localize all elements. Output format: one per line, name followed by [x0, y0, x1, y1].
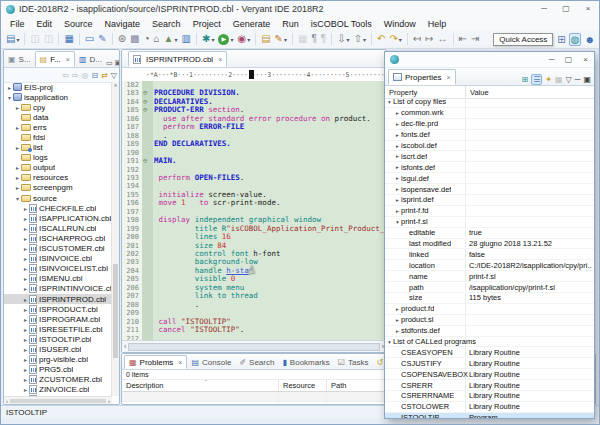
tree-item-isprintinvoice-cbl[interactable]: ▸ISPRINTINVOICE.cbl — [4, 284, 112, 294]
expand-arrow-icon[interactable]: ▸ — [394, 208, 401, 214]
menu-help[interactable]: Help — [422, 19, 453, 29]
expand-arrow-icon[interactable]: ▸ — [22, 306, 29, 313]
property-row-product-sl[interactable]: ▸product.sl — [385, 315, 594, 326]
tree-item-istooltip-cbl[interactable]: ▸ISTOOLTIP.cbl — [4, 334, 112, 344]
tree-hscroll-thumb[interactable] — [10, 399, 106, 403]
tree-horizontal-scrollbar[interactable]: ‹ › — [4, 396, 112, 404]
menu-window[interactable]: Window — [378, 19, 422, 29]
property-row-product-fd[interactable]: ▸product.fd — [385, 304, 594, 315]
expand-arrow-icon[interactable]: ▸ — [22, 245, 29, 252]
expand-arrow-icon[interactable]: ▸ — [14, 144, 21, 151]
forward-nav-button[interactable]: ⇥ — [469, 32, 481, 46]
tree-item-isuser-cbl[interactable]: ▸ISUSER.cbl — [4, 344, 112, 354]
menu-generate[interactable]: Generate — [227, 19, 277, 29]
remote-monitor-button[interactable]: ▥ — [180, 32, 193, 46]
expand-arrow-icon[interactable]: ▸ — [394, 132, 401, 138]
property-row-print-f-sl[interactable]: ▾print-f.sl — [385, 217, 594, 228]
tree-item-checkfile-cbl[interactable]: ▸CHECKFILE.cbl — [4, 203, 112, 213]
property-row-editable[interactable]: editabletrue — [385, 228, 594, 239]
fold-marker-icon[interactable]: ⊖ — [143, 89, 147, 97]
profile-button-dropdown[interactable]: ▾ — [247, 36, 250, 43]
expand-arrow-icon[interactable]: ▸ — [14, 184, 21, 191]
explorer-tab-f[interactable]: ▤F...× — [35, 51, 75, 67]
menu-project[interactable]: Project — [187, 19, 227, 29]
property-row-last-modified[interactable]: last modified28 giugno 2018 13.21.52 — [385, 239, 594, 250]
tree-item-iscustomer-cbl[interactable]: ▸ISCUSTOMER.cbl — [4, 244, 112, 254]
close-editor-tab-icon[interactable]: × — [218, 56, 222, 63]
run-button[interactable]: ▶▾ — [216, 32, 235, 46]
properties-minimize-view-button[interactable]: ─ — [575, 75, 581, 84]
show-whitespace-button[interactable]: ¶ — [309, 32, 318, 46]
save-button[interactable]: ◫ — [28, 32, 41, 46]
expand-arrow-icon[interactable]: ▾ — [386, 339, 393, 345]
expand-arrow-icon[interactable]: ▸ — [394, 328, 401, 334]
back-history-button[interactable]: ↶ — [375, 32, 387, 46]
compile-button[interactable]: ▦ — [62, 32, 75, 46]
expand-arrow-icon[interactable]: ▸ — [22, 336, 29, 343]
property-row-fonts-def[interactable]: ▸fonts.def — [385, 130, 594, 141]
expand-arrow-icon[interactable]: ▸ — [14, 174, 21, 181]
property-row-linked[interactable]: linkedfalse — [385, 249, 594, 260]
expand-arrow-icon[interactable]: ▸ — [14, 124, 21, 131]
property-row-list-of-copy-files[interactable]: ▾List of copy files — [385, 97, 594, 108]
tree-item-list[interactable]: ▸list — [4, 143, 112, 153]
property-row-location[interactable]: locationC:/IDE-2018R2/isapplication/cpy/… — [385, 260, 594, 271]
expand-arrow-icon[interactable]: ▾ — [6, 94, 13, 101]
tree-item-cpy[interactable]: ▸cpy — [4, 102, 112, 112]
fold-marker-icon[interactable]: ⊖ — [143, 98, 147, 106]
tree-item-zcustomer-cbl[interactable]: ▸ZCUSTOMER.cbl — [4, 375, 112, 385]
tree-item-eis-proj[interactable]: ▸EIS-proj — [4, 82, 112, 92]
new-wizard-button-dropdown[interactable]: ▾ — [16, 36, 19, 43]
view-menu-button[interactable]: ▽ — [111, 71, 117, 80]
tree-item-iscallrun-cbl[interactable]: ▸ISCALLRUN.cbl — [4, 223, 112, 233]
menu-edit[interactable]: Edit — [31, 19, 59, 29]
expand-arrow-icon[interactable]: ▸ — [394, 164, 401, 170]
property-row-list-of-called-programs[interactable]: ▾List of CALLed programs — [385, 337, 594, 348]
menu-file[interactable]: File — [4, 19, 31, 29]
expand-arrow-icon[interactable]: ▸ — [14, 164, 21, 171]
back-nav-button[interactable]: ⇤ — [457, 32, 469, 46]
debug-button-dropdown[interactable]: ▾ — [211, 36, 214, 43]
properties-maximize-button[interactable]: ▢ — [560, 52, 577, 67]
expand-arrow-icon[interactable]: ▸ — [394, 197, 401, 203]
property-row-isprint-def[interactable]: ▸isprint.def — [385, 195, 594, 206]
swap-editor-button[interactable]: ↔ — [436, 32, 450, 46]
pin-button[interactable]: ✦ — [545, 75, 552, 84]
properties-maximize-view-button[interactable]: ▣ — [583, 75, 591, 84]
editor-hscroll-thumb[interactable] — [128, 343, 379, 351]
property-row-csrerrname[interactable]: CSRERRNAMELibrary Routine — [385, 391, 594, 402]
last-edit-location-button[interactable]: ↤ — [411, 32, 423, 46]
pencil-tool-button[interactable]: ✎ — [96, 32, 108, 46]
properties-close-button[interactable]: × — [577, 52, 594, 67]
tree-item-prg5-cbl[interactable]: ▸PRG5.cbl — [4, 365, 112, 375]
forward-history-button[interactable]: ↷▾ — [387, 32, 403, 46]
next-edit-location-button[interactable]: ↦ — [423, 32, 435, 46]
open-perspective-button[interactable]: ⊞ — [557, 34, 565, 45]
debug-button[interactable]: ✱▾ — [200, 32, 216, 46]
minimize-button[interactable]: ─ — [533, 1, 555, 17]
minimize-view-button[interactable]: ▭ — [106, 59, 113, 67]
tab-console[interactable]: ▤Console — [187, 355, 235, 369]
expand-arrow-icon[interactable]: ▸ — [394, 317, 401, 323]
format-button[interactable]: ✎▾ — [273, 32, 289, 46]
expand-arrow-icon[interactable]: ▸ — [394, 121, 401, 127]
expand-arrow-icon[interactable]: ▸ — [394, 153, 401, 159]
tree-item-zinvoice-cbl[interactable]: ▸ZINVOICE.cbl — [4, 385, 112, 395]
property-row-isgui-def[interactable]: ▸isgui.def — [385, 173, 594, 184]
expand-arrow-icon[interactable]: ▸ — [22, 386, 29, 393]
quick-access-button[interactable]: Quick Access — [493, 33, 553, 46]
menu-source[interactable]: Source — [58, 19, 99, 29]
expand-arrow-icon[interactable]: ▾ — [394, 219, 401, 225]
back-tree-button[interactable]: ⇦ — [62, 71, 69, 80]
forward-history-button-dropdown[interactable]: ▾ — [399, 36, 402, 43]
tree-vertical-scrollbar[interactable]: ∧ — [111, 82, 119, 396]
expand-arrow-icon[interactable]: ▸ — [22, 235, 29, 242]
prev-annotation-button[interactable]: ⇧▾ — [352, 32, 368, 46]
tree-item-resources[interactable]: ▸resources — [4, 173, 112, 183]
property-row-iscobol-def[interactable]: ▸iscobol.def — [385, 141, 594, 152]
expand-arrow-icon[interactable]: ▸ — [14, 104, 21, 111]
tab-problems[interactable]: ▦Problems× — [124, 355, 187, 369]
save-all-button[interactable]: ◫ — [42, 32, 55, 46]
package-button[interactable]: ▩ — [128, 32, 141, 46]
expand-arrow-icon[interactable]: ▸ — [22, 376, 29, 383]
